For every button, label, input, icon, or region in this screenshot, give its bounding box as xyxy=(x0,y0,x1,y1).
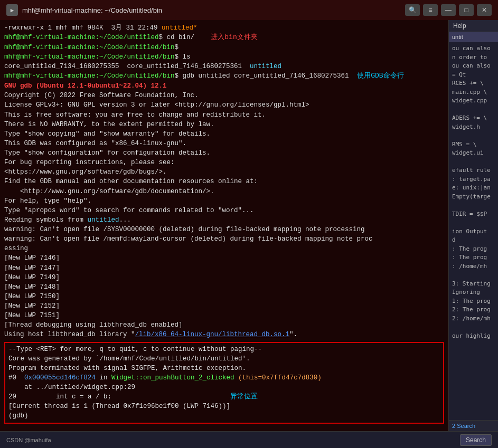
sidebar-line xyxy=(452,201,495,210)
main-container: -rwxrwxr-x 1 mhf mhf 984K 3月 31 22:49 un… xyxy=(0,20,498,431)
terminal-line-l33: [New LWP 7152] xyxy=(4,301,444,311)
sidebar-line: 2: /home/mh xyxy=(452,314,495,323)
sidebar-line xyxy=(452,271,495,280)
search-button-bottom[interactable]: Search xyxy=(460,434,492,446)
maximize-button[interactable]: □ xyxy=(459,4,474,16)
sidebar-line: ou can also xyxy=(452,44,495,53)
terminal-line-l15: For bug reporting instructions, please s… xyxy=(4,158,444,167)
sidebar: Help untit ou can alson order toou can a… xyxy=(448,20,498,431)
sidebar-content: ou can alson order toou can also= QtRCES… xyxy=(449,42,498,420)
terminal-line-l29: [New LWP 7147] xyxy=(4,263,444,273)
terminal-line-l6: mhf@mhf-virtual-machine:~/Code/untitled/… xyxy=(4,71,444,81)
terminal-line-l27: essing xyxy=(4,244,444,253)
sidebar-line: 2: The prog xyxy=(452,306,495,314)
terminal-line-l18: <http://www.gnu.org/software/gdb/documen… xyxy=(4,187,444,196)
sidebar-line: 1: The prog xyxy=(452,297,495,306)
sidebar-help-label: Help xyxy=(449,20,498,32)
terminal-line-l31: [New LWP 7148] xyxy=(4,282,444,292)
sidebar-line: Empty(targe xyxy=(452,193,495,202)
menu-button[interactable]: ≡ xyxy=(423,4,438,16)
sidebar-line: : The prog xyxy=(452,245,495,254)
sidebar-line: RCES += \ xyxy=(452,79,495,88)
search-count[interactable]: 2 Search xyxy=(449,420,498,431)
terminal-line-l26: warning: Can't open file /memfd:wayland-… xyxy=(4,234,444,244)
close-button[interactable]: ✕ xyxy=(477,4,492,16)
sidebar-line: widget.ui xyxy=(452,149,495,158)
terminal-line-l28: [New LWP 7146] xyxy=(4,253,444,263)
sidebar-line: : target.pa xyxy=(452,175,495,184)
highlight-box: --Type <RET> for more, q to quit, c to c… xyxy=(4,342,444,424)
sidebar-line: = Qt xyxy=(452,71,495,80)
terminal-line-l14: Type "show configuration" for configurat… xyxy=(4,148,444,158)
sidebar-line: : /home/mh xyxy=(452,262,495,271)
terminal-icon: ▶ xyxy=(6,4,18,16)
titlebar-controls: 🔍 ≡ — □ ✕ xyxy=(405,4,492,16)
terminal-line-l20: For help, type "help". xyxy=(4,196,444,206)
terminal-line-l13: This GDB was configured as "x86_64-linux… xyxy=(4,139,444,148)
terminal-line-l35: [Thread debugging using libthread_db ena… xyxy=(4,320,444,330)
titlebar-left: ▶ mhf@mhf-virtual-machine: ~/Code/untitl… xyxy=(6,4,162,16)
terminal-line-l1: -rwxrwxr-x 1 mhf mhf 984K 3月 31 22:49 un… xyxy=(4,23,444,33)
terminal-line-l30: [New LWP 7149] xyxy=(4,273,444,282)
terminal-line-l11: There is NO WARRANTY, to the extent perm… xyxy=(4,120,444,129)
hb-line1: --Type <RET> for more, q to quit, c to c… xyxy=(8,345,440,354)
terminal-line-l24: warning: Can't open file /SYSV00000000 (… xyxy=(4,225,444,234)
terminal-line-l12: Type "show copying" and "show warranty" … xyxy=(4,129,444,139)
hb-line6: 29 int c = a / b; 异常位置 xyxy=(8,392,440,402)
sidebar-line: d xyxy=(452,236,495,245)
terminal-line-l9: License GPLv3+: GNU GPL version 3 or lat… xyxy=(4,100,444,110)
terminal[interactable]: -rwxrwxr-x 1 mhf mhf 984K 3月 31 22:49 un… xyxy=(0,20,448,431)
sidebar-line: TDIR = $$P xyxy=(452,210,495,219)
terminal-line-l3: mhf@mhf-virtual-machine:~/Code/untitled/… xyxy=(4,43,444,52)
sidebar-line: ion Output xyxy=(452,227,495,236)
hb-line2: Core was generated by `/home/mhf/Code/un… xyxy=(8,354,440,364)
search-button[interactable]: 🔍 xyxy=(405,4,420,16)
terminal-line-l36: Using host libthread_db library "/lib/x8… xyxy=(4,330,444,339)
sidebar-line: widget.h xyxy=(452,123,495,132)
sidebar-line xyxy=(452,131,495,140)
terminal-line-l2: mhf@mhf-virtual-machine:~/Code/untitled$… xyxy=(4,33,444,43)
titlebar: ▶ mhf@mhf-virtual-machine: ~/Code/untitl… xyxy=(0,0,498,20)
bottombar: CSDN @mahuifa Search xyxy=(0,431,498,448)
sidebar-line: ADERS += \ xyxy=(452,114,495,123)
hb-line7: [Current thread is 1 (Thread 0x7f1e96be1… xyxy=(8,402,440,411)
terminal-line-l4: mhf@mhf-virtual-machine:~/Code/untitled/… xyxy=(4,52,444,62)
sidebar-line: 3: Starting xyxy=(452,280,495,289)
sidebar-line: ou can also xyxy=(452,62,495,71)
sidebar-line: efault rule xyxy=(452,166,495,175)
terminal-line-l34: [New LWP 7151] xyxy=(4,311,444,320)
sidebar-line xyxy=(452,106,495,115)
sidebar-line: n order to xyxy=(452,53,495,62)
terminal-line-l8: Copyright (C) 2022 Free Software Foundat… xyxy=(4,91,444,100)
terminal-line-l21: Type "apropos word" to search for comman… xyxy=(4,206,444,215)
sidebar-line xyxy=(452,323,495,332)
sidebar-line: : The prog xyxy=(452,253,495,262)
sidebar-line: main.cpp \ xyxy=(452,88,495,97)
sidebar-line xyxy=(452,218,495,227)
sidebar-line: Ignoring xyxy=(452,288,495,297)
sidebar-line: e: unix:|an xyxy=(452,184,495,193)
bottombar-right: Search xyxy=(460,434,492,446)
hb-line5: at ../untitled/widget.cpp:29 xyxy=(8,383,440,392)
terminal-line-l16: <https://www.gnu.org/software/gdb/bugs/>… xyxy=(4,167,444,177)
terminal-line-l5: core_untitled_7134_1680275355 core_untit… xyxy=(4,62,444,71)
titlebar-title: mhf@mhf-virtual-machine: ~/Code/untitled… xyxy=(22,6,162,14)
terminal-line-l17: Find the GDB manual and other documentat… xyxy=(4,177,444,186)
terminal-line-l32: [New LWP 7150] xyxy=(4,292,444,301)
minimize-button[interactable]: — xyxy=(441,4,456,16)
watermark: CSDN @mahuifa xyxy=(6,437,51,443)
terminal-line-l7: GNU gdb (Ubuntu 12.1-0ubuntu1~22.04) 12.… xyxy=(4,81,444,91)
hb-line4: #0 0x000055cd146cf824 in Widget::on_push… xyxy=(8,373,440,383)
hb-line3: Program terminated with signal SIGFPE, A… xyxy=(8,364,440,373)
hb-line8: (gdb) xyxy=(8,411,440,421)
terminal-line-l10: This is free software: you are free to c… xyxy=(4,110,444,120)
sidebar-line: RMS = \ xyxy=(452,140,495,149)
sidebar-line xyxy=(452,158,495,167)
sidebar-line: widget.cpp xyxy=(452,97,495,106)
sidebar-line: our highlig xyxy=(452,332,495,341)
terminal-line-l22: Reading symbols from untitled... xyxy=(4,215,444,225)
sidebar-tab[interactable]: untit xyxy=(449,32,498,42)
